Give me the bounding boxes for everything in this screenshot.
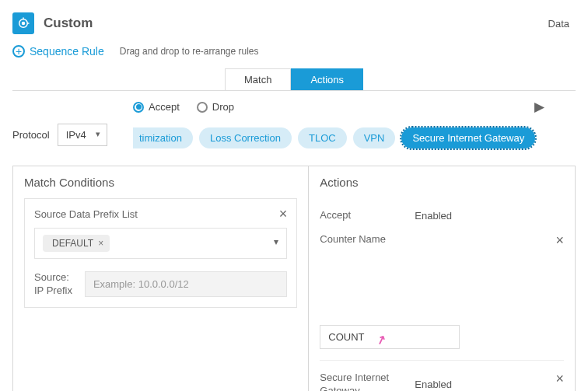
counter-name-label: Counter Name [320, 233, 386, 319]
protocol-value: IPv4 [66, 129, 86, 141]
scroll-right-icon[interactable]: ▶ [534, 99, 544, 115]
action-row-accept: Accept Enabled [320, 209, 564, 222]
pill-vpn[interactable]: VPN [353, 127, 396, 148]
chip-remove-icon[interactable]: × [98, 238, 103, 249]
sequence-rule-label: Sequence Rule [30, 45, 104, 58]
actions-pane: Actions Accept Enabled × Counter Name × … [309, 166, 575, 391]
sig-label: Secure Internet Gateway [320, 372, 405, 391]
match-conditions-pane: Match Conditions × Source Data Prefix Li… [13, 166, 309, 391]
radio-dot-icon [133, 102, 144, 113]
sequence-hint: Drag and drop to re-arrange rules [120, 46, 259, 57]
actions-strip: Protocol IPv4 Accept Drop ▶ timization L… [0, 91, 588, 148]
tab-match[interactable]: Match [225, 68, 291, 90]
counter-name-input[interactable] [320, 325, 460, 349]
chip-default-label: DEFAULT [52, 238, 93, 249]
pill-tloc[interactable]: TLOC [298, 127, 347, 148]
match-conditions-title: Match Conditions [24, 176, 297, 189]
sequence-rule-bar: + Sequence Rule Drag and drop to re-arra… [0, 40, 588, 68]
pill-loss-correction[interactable]: Loss Correction [199, 127, 292, 148]
source-prefix-select[interactable]: DEFAULT × [34, 228, 287, 259]
page-title: Custom [44, 16, 93, 31]
protocol-select[interactable]: IPv4 [58, 124, 107, 146]
chip-default: DEFAULT × [43, 235, 110, 252]
radio-accept[interactable]: Accept [133, 101, 180, 113]
radio-accept-label: Accept [149, 101, 180, 113]
protocol-selector: Protocol IPv4 [12, 124, 107, 146]
accept-value: Enabled [415, 210, 452, 222]
breadcrumb-data: Data [548, 18, 569, 30]
action-pill-row: timization Loss Correction TLOC VPN Secu… [133, 127, 576, 148]
radio-circle-icon [197, 102, 208, 113]
plus-icon: + [12, 45, 25, 58]
source-ip-prefix-input[interactable]: Example: 10.0.0.0/12 [85, 271, 287, 297]
sig-value: Enabled [415, 379, 452, 390]
config-panel: Match Conditions × Source Data Prefix Li… [12, 166, 576, 391]
action-row-sig: × Secure Internet Gateway Enabled Fallba… [320, 372, 564, 391]
protocol-label: Protocol [12, 129, 50, 141]
source-prefix-list-label: Source Data Prefix List [34, 208, 287, 220]
actions-title: Actions [320, 176, 564, 189]
sequence-rule-button[interactable]: + Sequence Rule [12, 45, 104, 58]
close-icon[interactable]: × [555, 233, 564, 247]
header: Custom Data [0, 0, 588, 40]
radio-drop-label: Drop [212, 101, 234, 113]
svg-point-1 [23, 23, 25, 25]
disposition-radio-group: Accept Drop [133, 101, 234, 113]
pill-optimization[interactable]: timization [133, 127, 193, 148]
source-ip-prefix-label: Source: IP Prefix [34, 271, 72, 298]
action-row-counter: × Counter Name [320, 233, 564, 349]
app-logo [12, 12, 34, 34]
close-icon[interactable]: × [279, 207, 288, 221]
accept-label: Accept [320, 209, 405, 222]
radio-drop[interactable]: Drop [197, 101, 234, 113]
tab-actions[interactable]: Actions [291, 68, 363, 90]
pill-secure-internet-gateway[interactable]: Secure Internet Gateway [401, 127, 535, 148]
match-card-source-prefix: × Source Data Prefix List DEFAULT × Sour… [24, 198, 297, 308]
tab-bar: Match Actions [12, 68, 576, 91]
